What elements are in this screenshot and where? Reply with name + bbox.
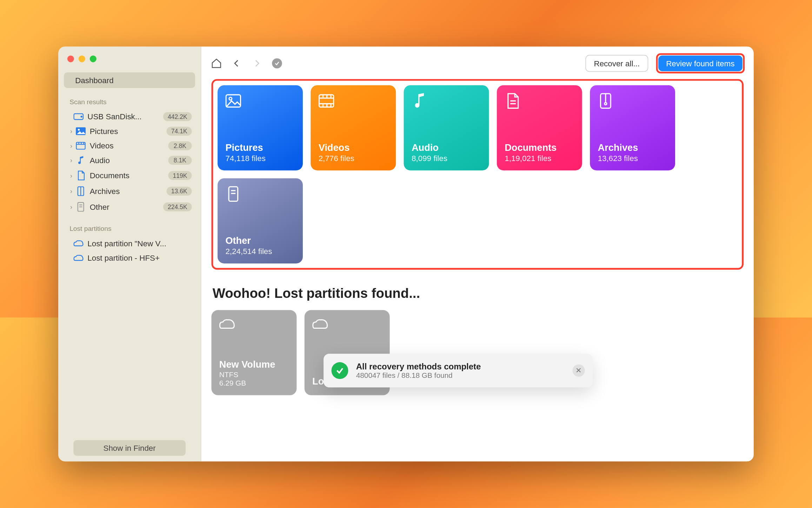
file-icon (75, 201, 86, 212)
sidebar-item-label: Lost partition "New V... (87, 239, 192, 248)
chevron-right-icon: › (67, 172, 75, 179)
document-icon (75, 170, 86, 180)
toast-title: All recovery methods complete (356, 361, 481, 371)
card-title: Videos (319, 142, 388, 153)
file-icon (225, 186, 295, 208)
sidebar: Dashboard Scan results USB SanDisk... 44… (58, 46, 201, 461)
home-icon[interactable] (210, 57, 222, 69)
check-circle-icon (331, 362, 348, 379)
sidebar-item-documents[interactable]: › Documents 119K (64, 167, 195, 183)
card-subtitle: 74,118 files (225, 153, 295, 162)
annotation-highlight: Pictures 74,118 files Videos 2,776 files (211, 79, 744, 269)
sidebar-item-label: Videos (90, 141, 168, 150)
count-badge: 2.8K (168, 141, 192, 150)
archive-icon (598, 93, 667, 115)
sidebar-item-device[interactable]: USB SanDisk... 442.2K (64, 109, 195, 124)
card-subtitle: 13,623 files (598, 153, 667, 162)
partition-size: 6.29 GB (219, 379, 289, 387)
count-badge: 13.6K (167, 186, 192, 195)
drive-icon (312, 318, 382, 332)
status-check-icon[interactable] (271, 57, 283, 69)
sidebar-item-label: USB SanDisk... (87, 112, 163, 121)
sidebar-section-scan-results: Scan results (64, 88, 195, 109)
chevron-right-icon: › (67, 188, 75, 194)
partition-cards: New Volume NTFS 6.29 GB Lost partiti... (211, 310, 744, 395)
chevron-right-icon: › (67, 128, 75, 134)
count-badge: 119K (168, 171, 192, 180)
partitions-heading: Woohoo! Lost partitions found... (213, 285, 744, 301)
card-title: Archives (598, 142, 667, 153)
drive-icon (73, 254, 84, 261)
minimize-window-button[interactable] (79, 55, 85, 62)
main-content: Recover all... Review found items Pictur… (201, 46, 754, 461)
maximize-window-button[interactable] (90, 55, 96, 62)
sidebar-item-label: Documents (90, 171, 168, 180)
card-subtitle: 8,099 files (412, 153, 481, 162)
document-icon (505, 93, 574, 115)
card-title: Documents (505, 142, 574, 153)
card-title: Other (225, 235, 295, 246)
card-title: Audio (412, 142, 481, 153)
card-other[interactable]: Other 2,24,514 files (218, 178, 303, 263)
partition-title: New Volume (219, 359, 289, 370)
svg-point-10 (81, 116, 82, 117)
chevron-right-icon: › (67, 203, 75, 210)
sidebar-item-audio[interactable]: › Audio 8.1K (64, 153, 195, 167)
app-window: Dashboard Scan results USB SanDisk... 44… (58, 46, 754, 461)
count-badge: 442.2K (163, 112, 192, 121)
card-audio[interactable]: Audio 8,099 files (404, 85, 489, 170)
sidebar-item-lost-partition-2[interactable]: Lost partition - HFS+ (64, 250, 195, 265)
sidebar-item-videos[interactable]: › Videos 2.8K (64, 138, 195, 153)
sidebar-item-other[interactable]: › Other 224.5K (64, 199, 195, 214)
music-note-icon (412, 93, 481, 115)
sidebar-item-dashboard[interactable]: Dashboard (64, 72, 195, 88)
card-videos[interactable]: Videos 2,776 files (311, 85, 396, 170)
archive-icon (75, 186, 86, 196)
sidebar-item-lost-partition-1[interactable]: Lost partition "New V... (64, 236, 195, 250)
card-subtitle: 1,19,021 files (505, 153, 574, 162)
chevron-right-icon: › (67, 142, 75, 149)
video-icon (75, 141, 86, 149)
svg-point-24 (229, 97, 232, 100)
close-icon[interactable]: ✕ (573, 364, 585, 376)
count-badge: 74.1K (167, 126, 192, 135)
forward-icon (251, 57, 263, 69)
card-archives[interactable]: Archives 13,623 files (590, 85, 675, 170)
close-window-button[interactable] (67, 55, 74, 62)
sidebar-item-pictures[interactable]: › Pictures 74.1K (64, 123, 195, 138)
picture-icon (75, 127, 86, 135)
card-subtitle: 2,776 files (319, 153, 388, 162)
recovery-complete-toast: All recovery methods complete 480047 fil… (324, 354, 593, 387)
partition-card[interactable]: New Volume NTFS 6.29 GB (211, 310, 297, 395)
card-documents[interactable]: Documents 1,19,021 files (497, 85, 582, 170)
sidebar-item-label: Lost partition - HFS+ (87, 253, 192, 262)
picture-icon (225, 93, 295, 115)
review-found-items-button[interactable]: Review found items (658, 55, 743, 71)
chevron-right-icon: › (67, 157, 75, 163)
recover-all-button[interactable]: Recover all... (586, 55, 648, 72)
svg-point-38 (605, 102, 607, 105)
toast-subtitle: 480047 files / 88.18 GB found (356, 371, 481, 379)
sidebar-item-label: Archives (90, 186, 167, 195)
card-title: Pictures (225, 142, 295, 153)
window-controls (64, 53, 195, 72)
back-icon[interactable] (231, 57, 243, 69)
sidebar-section-lost-partitions: Lost partitions (64, 214, 195, 236)
annotation-highlight: Review found items (656, 53, 745, 73)
content-area: Pictures 74,118 files Videos 2,776 files (201, 79, 754, 461)
sidebar-item-archives[interactable]: › Archives 13.6K (64, 183, 195, 199)
toast-text: All recovery methods complete 480047 fil… (356, 361, 481, 379)
card-pictures[interactable]: Pictures 74,118 files (218, 85, 303, 170)
partition-fs: NTFS (219, 370, 289, 379)
show-in-finder-button[interactable]: Show in Finder (73, 440, 186, 456)
svg-point-12 (78, 128, 80, 131)
sidebar-item-label: Dashboard (75, 75, 113, 85)
toolbar: Recover all... Review found items (201, 46, 754, 79)
count-badge: 224.5K (163, 202, 192, 211)
music-note-icon (75, 155, 86, 165)
sidebar-item-label: Other (90, 202, 164, 211)
sidebar-item-label: Audio (90, 155, 168, 165)
count-badge: 8.1K (168, 155, 192, 165)
drive-icon (73, 240, 84, 246)
drive-icon (219, 318, 289, 332)
